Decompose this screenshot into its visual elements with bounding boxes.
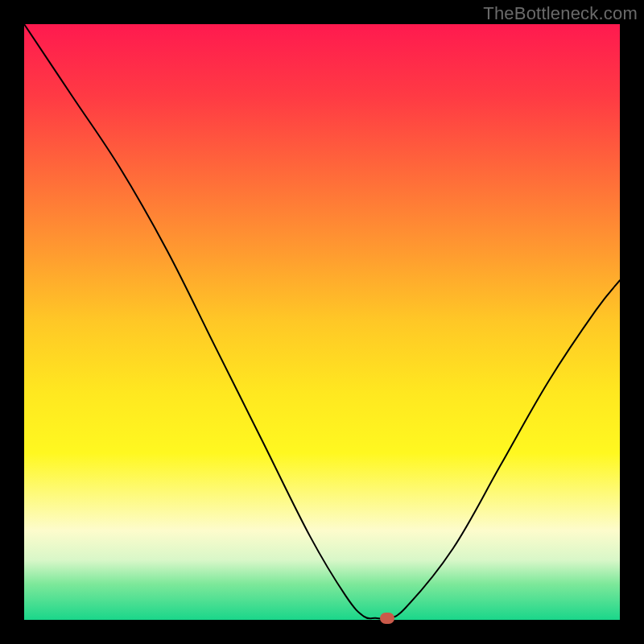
curve-svg [24,24,620,620]
bottleneck-curve [24,24,620,619]
plot-area [24,24,620,620]
watermark-text: TheBottleneck.com [483,3,638,24]
optimal-marker [380,613,394,624]
chart-frame: TheBottleneck.com [0,0,644,644]
